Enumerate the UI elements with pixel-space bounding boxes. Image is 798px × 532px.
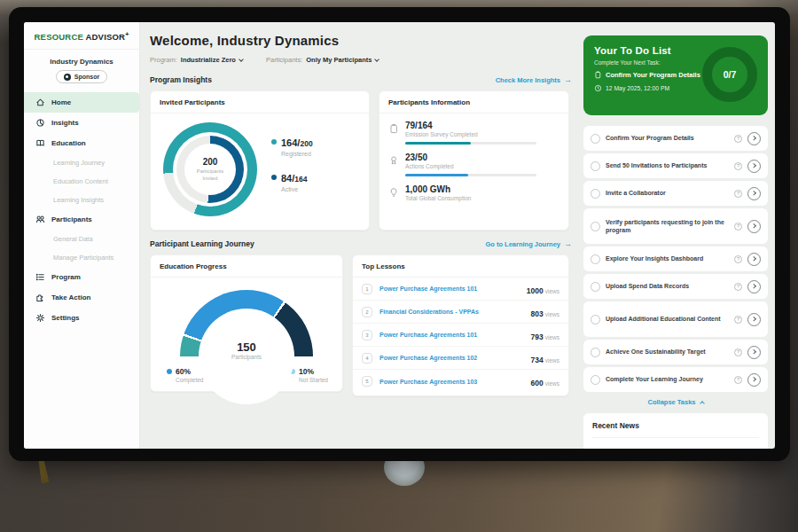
sidebar-item-home[interactable]: Home (24, 92, 139, 113)
logo-plus: + (125, 31, 129, 37)
lesson-link[interactable]: Financial Considerations - VPPAs (379, 309, 524, 315)
todo-header-card: Your To Do List Complete Your Next Task:… (583, 35, 768, 115)
help-icon[interactable]: ? (734, 255, 742, 263)
education-progress-card: Education Progress 150 Participants 60 (150, 254, 343, 392)
task-checkbox[interactable] (591, 375, 600, 385)
legend-registered: 164/200 Registered (271, 134, 313, 157)
chevron-right-button[interactable] (747, 220, 761, 233)
task-checkbox[interactable] (591, 282, 600, 292)
sidebar-item-insights[interactable]: Insights (24, 113, 139, 133)
lesson-row-5[interactable]: 5 Power Purchase Agreements 103 600views (353, 370, 568, 393)
logo-resource: RESOURCE (35, 32, 83, 42)
sidebar: RESOURCE ADVISOR+ Industry Dynamics Spon… (24, 22, 140, 449)
lesson-link[interactable]: Power Purchase Agreements 101 (379, 332, 524, 338)
filters-row: Program: Industrialize Zero Participants… (150, 56, 572, 64)
help-icon[interactable]: ? (734, 283, 742, 291)
participants-filter[interactable]: Participants: Only My Participants (266, 56, 379, 64)
task-row-3[interactable]: Invite a Collaborator ? (583, 181, 768, 206)
bulb-icon (388, 187, 399, 198)
sidebar-item-general-data[interactable]: General Data (24, 230, 139, 248)
invited-participants-donut-chart: 200 Participants Invited (163, 122, 257, 216)
sidebar-item-participants[interactable]: Participants (24, 209, 139, 230)
donut-center-label: Participants Invited (191, 168, 230, 181)
lesson-link[interactable]: Power Purchase Agreements 103 (379, 379, 524, 385)
go-to-learning-journey-link[interactable]: Go to Learning Journey → (485, 240, 572, 248)
insights-icon (35, 118, 45, 128)
todo-progress-ring: 0/7 (702, 47, 757, 102)
lesson-link[interactable]: Power Purchase Agreements 101 (379, 286, 520, 292)
education-progress-card-title: Education Progress (151, 255, 342, 278)
lesson-row-2[interactable]: 2 Financial Considerations - VPPAs 803vi… (353, 301, 568, 324)
sidebar-item-learning-insights[interactable]: Learning Insights (24, 191, 139, 209)
clock-icon (594, 84, 602, 92)
sidebar-item-learning-journey[interactable]: Learning Journey (24, 153, 139, 172)
sidebar-item-settings[interactable]: Settings (24, 308, 139, 328)
badge-icon (388, 155, 399, 166)
gauge-center-value: 150 (180, 340, 313, 354)
task-row-8[interactable]: Achieve One Sustainability Target ? (583, 340, 768, 364)
lesson-row-1[interactable]: 1 Power Purchase Agreements 101 1000view… (353, 278, 568, 301)
lesson-link[interactable]: Power Purchase Agreements 102 (379, 355, 524, 361)
help-icon[interactable]: ? (734, 162, 742, 170)
program-filter[interactable]: Program: Industrialize Zero (150, 56, 243, 64)
program-insights-title: Program Insights (150, 75, 212, 84)
help-icon[interactable]: ? (734, 376, 742, 384)
sidebar-item-education-content[interactable]: Education Content (24, 172, 139, 191)
chevron-down-icon (375, 57, 380, 62)
stat-actions-completed: 23/50 Actions Completed (388, 153, 558, 176)
arrow-right-icon: → (564, 240, 572, 248)
sidebar-item-manage-participants[interactable]: Manage Participants (24, 248, 139, 267)
donut-center-value: 200 (203, 157, 218, 167)
help-icon[interactable]: ? (734, 223, 742, 231)
task-checkbox[interactable] (591, 315, 600, 325)
task-checkbox[interactable] (591, 348, 600, 357)
task-row-7[interactable]: Upload Additional Educational Content ? (583, 301, 768, 337)
invited-participants-card: Invited Participants 200 Participants In… (150, 90, 370, 231)
lesson-row-3[interactable]: 3 Power Purchase Agreements 101 793views (353, 324, 568, 347)
program-icon (35, 272, 45, 282)
chevron-right-button[interactable] (747, 313, 761, 326)
sidebar-item-take-action[interactable]: Take Action (24, 287, 139, 308)
clipboard-icon (594, 71, 602, 79)
task-row-5[interactable]: Explore Your Insights Dashboard ? (583, 246, 768, 271)
chevron-right-button[interactable] (747, 346, 761, 359)
gauge-center-label: Participants (180, 354, 313, 360)
chevron-up-icon (700, 401, 705, 406)
org-name: Industry Dynamics (24, 58, 139, 66)
donut-legend: 164/200 Registered 84/164 Active (271, 134, 313, 205)
task-checkbox[interactable] (591, 161, 600, 171)
help-icon[interactable]: ? (734, 135, 742, 143)
task-row-4[interactable]: Verify participants requesting to join t… (583, 208, 768, 244)
chevron-right-button[interactable] (747, 253, 761, 266)
check-more-insights-link[interactable]: Check More Insights → (496, 76, 572, 84)
legend-active: 84/164 Active (271, 169, 313, 192)
task-checkbox[interactable] (591, 189, 600, 199)
monitor-bezel: RESOURCE ADVISOR+ Industry Dynamics Spon… (9, 7, 790, 461)
invited-participants-card-title: Invited Participants (151, 91, 369, 113)
chevron-right-button[interactable] (747, 373, 761, 387)
lesson-row-4[interactable]: 4 Power Purchase Agreements 102 734views (353, 347, 568, 370)
help-icon[interactable]: ? (734, 316, 742, 324)
task-row-9[interactable]: Complete Your Learning Journey ? (583, 367, 768, 392)
task-row-6[interactable]: Upload Spend Data Records ? (583, 274, 768, 299)
help-icon[interactable]: ? (734, 190, 742, 198)
help-icon[interactable]: ? (734, 348, 742, 356)
chevron-right-button[interactable] (747, 280, 761, 293)
recent-news-card: Recent News (583, 413, 768, 449)
collapse-tasks-link[interactable]: Collapse Tasks (583, 395, 768, 409)
education-icon (35, 138, 45, 148)
legend-dot-completed (167, 369, 172, 374)
sidebar-item-program[interactable]: Program (24, 267, 139, 287)
task-row-2[interactable]: Send 50 Invitations to Participants ? (583, 153, 768, 178)
task-checkbox[interactable] (591, 254, 600, 264)
chevron-right-button[interactable] (747, 160, 761, 173)
chevron-right-button[interactable] (747, 187, 761, 200)
app-logo: RESOURCE ADVISOR+ (24, 31, 139, 50)
settings-icon (35, 313, 45, 323)
sidebar-item-education[interactable]: Education (24, 133, 139, 153)
task-checkbox[interactable] (591, 134, 600, 144)
task-row-1[interactable]: Confirm Your Program Details ? (583, 126, 768, 151)
dashboard-screen: RESOURCE ADVISOR+ Industry Dynamics Spon… (24, 22, 775, 449)
chevron-right-button[interactable] (747, 132, 761, 145)
task-checkbox[interactable] (591, 222, 600, 231)
